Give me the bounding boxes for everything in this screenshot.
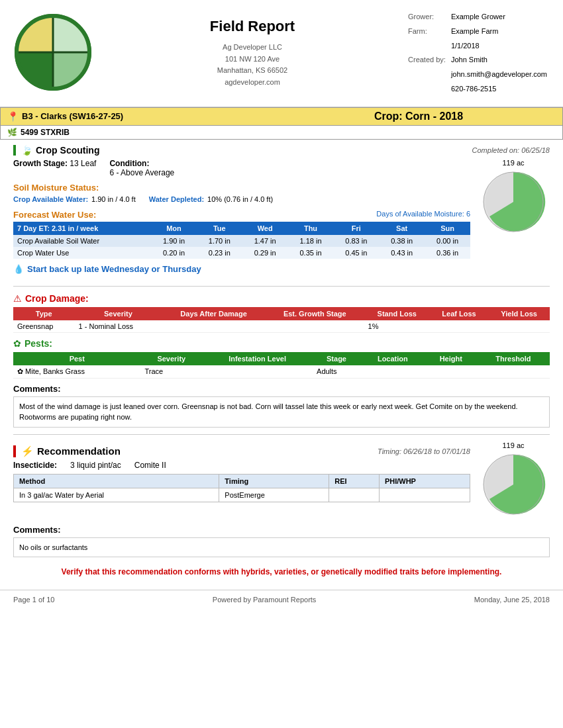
pest-bug-icon: ✿ — [17, 367, 23, 375]
day-tue: Tue — [197, 222, 242, 235]
created-name: John Smith — [448, 53, 550, 68]
damage-type: Greensnap — [13, 320, 75, 333]
use-fri: 0.45 in — [333, 247, 379, 259]
rec-method-row: In 3 gal/ac Water by Aerial PostEmerge — [14, 488, 470, 502]
water-depleted-label: Water Depleted: — [149, 195, 204, 203]
rec-detail: Insecticide: 3 liquid pint/ac Comite II — [13, 461, 470, 470]
day-mon: Mon — [151, 222, 197, 235]
damage-col-severity: Severity — [75, 307, 162, 320]
days-moisture: Days of Available Moisture: 6 — [376, 210, 470, 218]
condition-label: Condition: — [109, 159, 174, 168]
pest-threshold — [477, 365, 550, 379]
use-tue: 0.23 in — [197, 247, 242, 259]
soil-moisture-row: Crop Available Water: 1.90 in / 4.0 ft W… — [13, 195, 470, 203]
phiwhp-value — [379, 488, 470, 502]
grower-info: Grower: Example Grower Farm: Example Far… — [405, 10, 550, 97]
pest-col-threshold: Threshold — [477, 352, 550, 365]
warning-icon: ⚠ — [13, 293, 22, 304]
timing-col: Timing — [219, 474, 329, 488]
day-sat: Sat — [379, 222, 425, 235]
avail-tue: 1.70 in — [197, 235, 242, 247]
company-info: Field Report Ag Developer LLC 101 NW 120… — [99, 18, 405, 88]
grower-value: Example Grower — [448, 10, 550, 24]
use-thu: 0.35 in — [288, 247, 334, 259]
damage-severity: 1 - Nominal Loss — [75, 320, 162, 333]
field-name: 📍 B3 - Clarks (SW16-27-25) — [7, 111, 282, 122]
rec-timing: Timing: 06/26/18 to 07/01/18 — [378, 447, 470, 455]
crop-water-label: Crop Available Water: — [13, 195, 88, 203]
scouting-pie-label: 119 ac — [477, 159, 550, 167]
company-logo — [13, 13, 93, 92]
pests-header: ✿ Pests: — [13, 338, 550, 349]
insecticide-label: Insecticide: — [13, 461, 57, 470]
rec-comments-box: No oils or surfactants — [13, 537, 550, 558]
pest-table: Pest Severity Infestation Level Stage Lo… — [13, 352, 550, 379]
avail-wed: 1.47 in — [242, 235, 288, 247]
farm-label: Farm: — [405, 24, 448, 39]
day-sun: Sun — [425, 222, 470, 235]
damage-est-growth — [266, 320, 364, 333]
pest-infestation — [202, 365, 313, 379]
crop-damage-header: ⚠ Crop Damage: — [13, 293, 550, 304]
rec-pie-chart — [480, 451, 546, 518]
leaf-icon: 🌿 — [7, 128, 17, 137]
pin-icon: 📍 — [7, 111, 19, 122]
separator-2 — [13, 434, 550, 435]
rec-comments-title: Comments: — [13, 525, 550, 535]
row-use-label: Crop Water Use — [13, 247, 151, 259]
rec-pie-label: 119 ac — [477, 441, 550, 449]
damage-row: Greensnap 1 - Nominal Loss 1% — [13, 320, 550, 333]
damage-col-days: Days After Damage — [162, 307, 266, 320]
damage-col-yield: Yield Loss — [488, 307, 550, 320]
avail-mon: 1.90 in — [151, 235, 197, 247]
footer-page: Page 1 of 10 — [13, 596, 54, 604]
damage-stand-loss: 1% — [364, 320, 430, 333]
pest-height — [425, 365, 477, 379]
crop-label: Crop: Corn - 2018 — [282, 111, 556, 122]
created-phone: 620-786-2515 — [448, 82, 550, 97]
growth-section: Growth Stage: 13 Leaf Condition: 6 - Abo… — [13, 159, 550, 279]
completed-on: Completed on: 06/25/18 — [472, 146, 550, 154]
rei-col: REI — [329, 474, 380, 488]
forecast-row: Forecast Water Use: Days of Available Mo… — [13, 206, 470, 222]
damage-yield-loss — [488, 320, 550, 333]
pest-col-pest: Pest — [13, 352, 141, 365]
condition-block: Condition: 6 - Above Average — [109, 159, 174, 177]
footer-date: Monday, June 25, 2018 — [474, 596, 550, 604]
phiwhp-col: PHI/WHP — [379, 474, 470, 488]
damage-col-growth: Est. Growth Stage — [266, 307, 364, 320]
damage-col-type: Type — [13, 307, 75, 320]
separator-1 — [13, 286, 550, 287]
rec-title: ⚡ Recommendation — [21, 445, 378, 457]
report-date: 1/1/2018 — [448, 39, 550, 54]
advisory-text: Start back up late Wednesday or Thursday — [27, 264, 201, 274]
bolt-icon: ⚡ — [21, 445, 34, 457]
water-advisory: 💧 Start back up late Wednesday or Thursd… — [13, 264, 470, 274]
rei-value — [329, 488, 380, 502]
recommendation-section: ⚡ Recommendation Timing: 06/26/18 to 07/… — [13, 441, 550, 520]
pest-stage: Adults — [313, 365, 360, 379]
damage-col-stand: Stand Loss — [364, 307, 430, 320]
rec-header-row: ⚡ Recommendation Timing: 06/26/18 to 07/… — [13, 445, 470, 457]
company-name: Ag Developer LLC — [99, 42, 405, 54]
grower-label: Grower: — [405, 10, 448, 24]
company-city: Manhattan, KS 66502 — [99, 65, 405, 77]
growth-stage-block: Growth Stage: 13 Leaf — [13, 159, 96, 177]
avail-sat: 0.38 in — [379, 235, 425, 247]
warning-text: Verify that this recommendation conforms… — [13, 567, 550, 576]
insecticide-rate: 3 liquid pint/ac — [70, 461, 121, 470]
created-email: john.smith@agdeveloper.com — [448, 68, 550, 82]
use-sun: 0.36 in — [425, 247, 470, 259]
condition-value: 6 - Above Average — [109, 168, 174, 177]
pest-row: ✿ Mite, Banks Grass Trace Adults — [13, 365, 550, 379]
page-footer: Page 1 of 10 Powered by Paramount Report… — [0, 590, 563, 609]
pest-section-icon: ✿ — [13, 338, 21, 349]
forecast-title: Forecast Water Use: — [13, 210, 96, 220]
use-wed: 0.29 in — [242, 247, 288, 259]
growth-stage-value: 13 Leaf — [70, 159, 96, 168]
damage-days — [162, 320, 266, 333]
pest-col-location: Location — [360, 352, 425, 365]
day-wed: Wed — [242, 222, 288, 235]
footer-powered: Powered by Paramount Reports — [213, 596, 317, 604]
damage-leaf-loss — [430, 320, 488, 333]
